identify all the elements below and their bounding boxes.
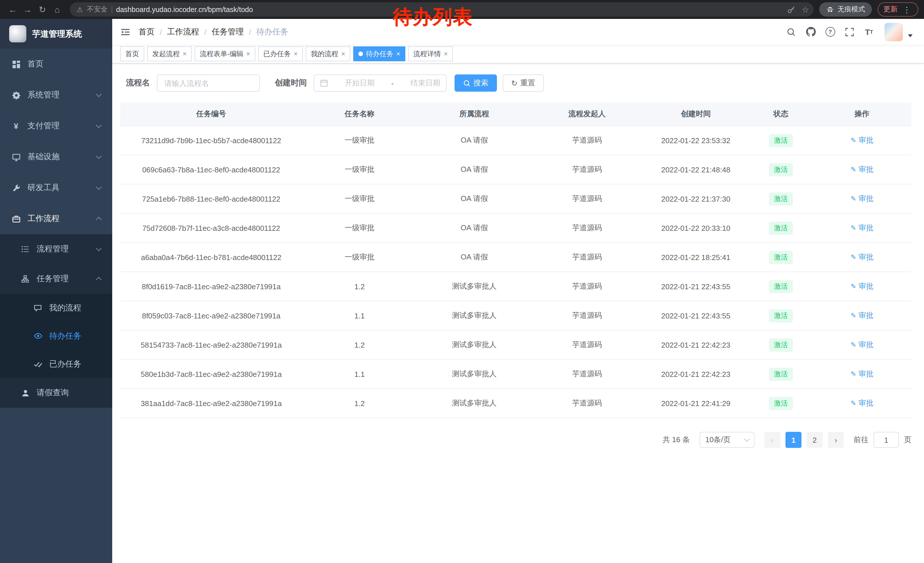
- chevron-down-icon: [96, 153, 102, 159]
- tab-done-tasks[interactable]: 已办任务×: [258, 47, 303, 61]
- close-icon[interactable]: ×: [341, 50, 345, 57]
- sidebar-item-process-mgmt[interactable]: 流程管理: [0, 234, 112, 264]
- avatar[interactable]: [885, 23, 903, 41]
- sidebar-item-label: 系统管理: [27, 90, 60, 100]
- home-icon[interactable]: ⌂: [50, 3, 64, 17]
- approve-link[interactable]: ✎审批: [850, 135, 873, 146]
- fullscreen-icon[interactable]: [841, 23, 858, 41]
- close-icon[interactable]: ×: [294, 50, 298, 57]
- date-range-picker[interactable]: 开始日期 - 结束日期: [314, 75, 447, 92]
- cell-status: 激活: [749, 359, 812, 389]
- approve-link[interactable]: ✎审批: [850, 223, 873, 233]
- reload-icon[interactable]: ↻: [36, 3, 49, 17]
- approve-link[interactable]: ✎审批: [850, 311, 873, 321]
- process-name-input[interactable]: [157, 75, 260, 92]
- bookmark-star-icon[interactable]: ☆: [802, 5, 809, 14]
- sidebar-item-devtools[interactable]: 研发工具: [0, 173, 112, 203]
- font-size-icon[interactable]: TT: [861, 23, 878, 41]
- cell-process: OA 请假: [417, 243, 531, 272]
- screen: ← → ↻ ⌂ ⚠ 不安全 dashboard.yudao.iocoder.cn…: [0, 0, 924, 563]
- tab-start-process[interactable]: 发起流程×: [147, 47, 192, 61]
- cell-starter: 芋道源码: [531, 213, 642, 243]
- end-date-placeholder: 结束日期: [411, 78, 440, 88]
- page-button-1[interactable]: 1: [786, 432, 801, 448]
- cell-actions: ✎审批: [812, 389, 911, 418]
- next-page-button[interactable]: ›: [828, 432, 844, 448]
- cell-task-id: 8f059c03-7ac8-11ec-a9e2-a2380e71991a: [120, 301, 302, 330]
- browser-menu-icon[interactable]: ⋮: [901, 5, 912, 14]
- sidebar-item-label: 流程管理: [37, 244, 69, 254]
- page: 芋道管理系统 首页 系统管理 ¥ 支付管理 基础设施: [0, 19, 924, 563]
- sidebar-item-leave-query[interactable]: 请假查询: [0, 378, 112, 408]
- tab-todo-tasks[interactable]: 待办任务×: [353, 47, 405, 61]
- tab-process-detail[interactable]: 流程详情×: [408, 47, 453, 61]
- sidebar-item-my-process[interactable]: 我的流程: [0, 294, 112, 322]
- back-icon[interactable]: ←: [6, 3, 20, 17]
- pen-icon: ✎: [850, 136, 856, 144]
- cell-actions: ✎审批: [812, 359, 911, 389]
- tab-form-edit[interactable]: 流程表单-编辑×: [195, 47, 255, 61]
- approve-link[interactable]: ✎审批: [850, 398, 873, 408]
- cell-process: OA 请假: [417, 126, 531, 155]
- tab-my-process[interactable]: 我的流程×: [306, 47, 350, 61]
- app-logo[interactable]: 芋道管理系统: [0, 19, 112, 49]
- sidebar-item-home[interactable]: 首页: [0, 49, 112, 80]
- page-size-select[interactable]: 10条/页: [700, 432, 754, 448]
- approve-link[interactable]: ✎审批: [850, 339, 873, 350]
- goto-page-input[interactable]: [874, 432, 899, 448]
- cell-task-id: 381aa1dd-7ac8-11ec-a9e2-a2380e71991a: [120, 389, 302, 418]
- search-button[interactable]: 搜索: [454, 75, 497, 92]
- breadcrumb-item-task-mgmt[interactable]: 任务管理: [212, 27, 244, 37]
- cell-status: 激活: [749, 126, 812, 155]
- key-icon[interactable]: [784, 3, 798, 17]
- cell-process: 测试多审批人: [417, 359, 531, 389]
- avatar-caret-icon[interactable]: [908, 35, 912, 37]
- status-badge: 激活: [769, 251, 793, 264]
- approve-link[interactable]: ✎审批: [850, 164, 873, 175]
- sidebar-item-label: 首页: [27, 59, 44, 69]
- sidebar-item-system[interactable]: 系统管理: [0, 80, 112, 111]
- prev-page-button[interactable]: ‹: [764, 432, 780, 448]
- breadcrumb-item-home[interactable]: 首页: [138, 27, 154, 37]
- reset-button[interactable]: ↻ 重置: [502, 75, 544, 92]
- breadcrumb-item-workflow[interactable]: 工作流程: [167, 27, 199, 37]
- cell-process: OA 请假: [417, 213, 531, 243]
- approve-link[interactable]: ✎审批: [850, 281, 873, 291]
- help-icon[interactable]: ?: [822, 23, 839, 41]
- cell-actions: ✎审批: [812, 272, 911, 301]
- incognito-badge: 无痕模式: [819, 2, 872, 17]
- sidebar-item-label: 待办任务: [49, 331, 81, 341]
- approve-link[interactable]: ✎审批: [850, 194, 873, 204]
- forward-icon[interactable]: →: [21, 3, 34, 17]
- cell-starter: 芋道源码: [531, 184, 642, 213]
- close-icon[interactable]: ×: [183, 50, 187, 57]
- close-icon[interactable]: ×: [396, 50, 400, 57]
- close-icon[interactable]: ×: [444, 50, 448, 57]
- close-icon[interactable]: ×: [246, 50, 250, 57]
- yen-icon: ¥: [12, 122, 21, 131]
- approve-link[interactable]: ✎审批: [850, 369, 873, 379]
- breadcrumb-separator: /: [160, 27, 162, 36]
- sidebar-item-task-mgmt[interactable]: 任务管理: [0, 264, 112, 294]
- cell-starter: 芋道源码: [531, 243, 642, 272]
- update-button[interactable]: 更新 ⋮: [878, 2, 918, 17]
- sidebar-item-done-tasks[interactable]: 已办任务: [0, 350, 112, 378]
- cell-starter: 芋道源码: [531, 272, 642, 301]
- hamburger-icon[interactable]: [112, 19, 138, 45]
- approve-link[interactable]: ✎审批: [850, 252, 873, 262]
- search-icon[interactable]: [783, 23, 800, 41]
- pen-icon: ✎: [850, 370, 856, 378]
- table-row: 58154733-7ac8-11ec-a9e2-a2380e71991a 1.2…: [120, 330, 911, 359]
- page-unit-label: 页: [904, 435, 911, 445]
- sidebar-item-todo-tasks[interactable]: 待办任务: [0, 322, 112, 350]
- cell-task-name: 1.2: [302, 330, 417, 359]
- page-button-2[interactable]: 2: [807, 432, 823, 448]
- cell-process: 测试多审批人: [417, 330, 531, 359]
- sidebar-item-workflow[interactable]: 工作流程: [0, 203, 112, 234]
- sidebar-item-payment[interactable]: ¥ 支付管理: [0, 111, 112, 141]
- sidebar-item-infra[interactable]: 基础设施: [0, 141, 112, 173]
- cell-process: 测试多审批人: [417, 389, 531, 418]
- cell-starter: 芋道源码: [531, 126, 642, 155]
- github-icon[interactable]: [802, 23, 819, 41]
- tab-home[interactable]: 首页: [120, 47, 144, 61]
